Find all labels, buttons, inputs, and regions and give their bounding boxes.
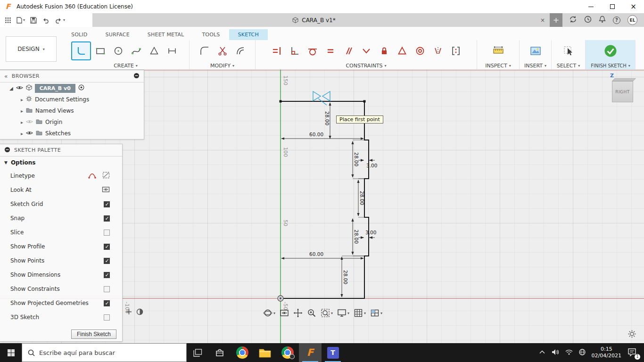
browser-root-row[interactable]: ◢ CARA_B v0 <box>0 82 144 94</box>
tab-tools[interactable]: TOOLS <box>193 29 229 40</box>
browser-item-document-settings[interactable]: ▸ Document Settings <box>0 94 144 105</box>
perpendicular-constraint-button[interactable] <box>286 41 303 60</box>
finish-sketch-palette-button[interactable]: Finish Sketch <box>71 329 116 339</box>
file-menu-icon[interactable]: ▾ <box>17 17 25 24</box>
add-comment-icon[interactable] <box>125 308 132 317</box>
select-group-label[interactable]: SELECT▾ <box>557 62 580 69</box>
modify-group-label[interactable]: MODIFY▾ <box>210 62 234 69</box>
equal-constraint-button[interactable] <box>322 41 339 60</box>
document-tab-close-icon[interactable]: × <box>536 17 550 24</box>
help-icon[interactable]: ? <box>613 16 620 24</box>
user-avatar[interactable]: EL <box>627 15 637 25</box>
offset-tool-button[interactable] <box>232 41 249 60</box>
tab-solid[interactable]: SOLID <box>62 29 96 40</box>
dimension-value[interactable]: 28.00 <box>324 111 330 125</box>
visibility-eye-icon-hidden[interactable] <box>26 119 33 125</box>
polygon-tool-button[interactable] <box>146 41 163 60</box>
expand-caret-icon[interactable]: ▸ <box>21 97 23 102</box>
viewcube-front-face[interactable]: RIGHT <box>612 81 633 102</box>
close-button[interactable]: × <box>623 0 644 13</box>
sketch-point[interactable] <box>363 100 366 103</box>
options-section-header[interactable]: ▼ Options <box>0 156 122 169</box>
orbit-button[interactable]: ▾ <box>263 308 275 318</box>
app-grid-icon[interactable] <box>5 17 11 24</box>
horizontal-vertical-constraint-button[interactable] <box>268 41 285 60</box>
tangent-constraint-button[interactable] <box>304 41 321 60</box>
inspect-group-label[interactable]: INSPECT▾ <box>485 62 511 69</box>
finish-sketch-group-label[interactable]: FINISH SKETCH▾ <box>591 62 630 69</box>
select-button[interactable] <box>560 41 577 60</box>
tray-volume-icon[interactable] <box>552 349 559 357</box>
tray-wifi-icon[interactable] <box>565 349 573 356</box>
tray-network-icon[interactable] <box>579 349 586 357</box>
snap-checkbox[interactable] <box>104 215 110 222</box>
sketch-grid-checkbox[interactable] <box>104 201 110 207</box>
collinear-constraint-button[interactable] <box>429 41 446 60</box>
comments-toggle-icon[interactable] <box>136 308 143 317</box>
view-cube[interactable]: Z RIGHT <box>606 72 639 108</box>
show-profile-checkbox[interactable] <box>104 244 110 250</box>
line-tool-button[interactable] <box>71 41 91 60</box>
panel-display-icon[interactable] <box>4 147 10 154</box>
visibility-eye-icon[interactable] <box>26 130 33 137</box>
fit-button[interactable]: ▾ <box>321 308 333 318</box>
expand-caret-icon[interactable]: ▸ <box>21 120 23 125</box>
task-view-button[interactable] <box>187 343 208 362</box>
fillet-tool-button[interactable] <box>196 41 213 60</box>
tab-surface[interactable]: SURFACE <box>96 29 138 40</box>
dimension-value[interactable]: 28.00 <box>354 152 359 166</box>
workspace-selector[interactable]: DESIGN▾ <box>6 36 57 62</box>
sync-icon[interactable] <box>569 16 577 25</box>
show-projected-geometries-checkbox[interactable] <box>104 300 110 306</box>
taskbar-teams-icon[interactable]: T <box>322 343 344 362</box>
spline-tool-button[interactable] <box>128 41 145 60</box>
viewports-button[interactable]: ▾ <box>370 308 382 318</box>
start-button[interactable] <box>0 343 22 362</box>
collapse-panel-icon[interactable]: « <box>4 73 8 80</box>
minimize-button[interactable] <box>580 0 602 13</box>
activate-radio-icon[interactable] <box>78 84 84 92</box>
taskbar-chrome-profile-icon[interactable] <box>276 343 299 362</box>
linetype-construction-icon[interactable] <box>102 172 110 180</box>
parallel-constraint-button[interactable] <box>340 41 357 60</box>
dimension-value[interactable]: 3.00 <box>366 163 377 168</box>
circle-tool-button[interactable] <box>110 41 127 60</box>
preferences-gear-icon[interactable] <box>628 330 636 339</box>
show-points-checkbox[interactable] <box>104 258 110 264</box>
model-canvas[interactable]: 150 100 50 -50 -100 <box>0 70 644 343</box>
midpoint-constraint-button[interactable] <box>358 41 375 60</box>
fix-constraint-button[interactable] <box>376 41 393 60</box>
section-expand-icon[interactable]: ▼ <box>4 160 8 165</box>
display-settings-button[interactable]: ▾ <box>337 308 349 318</box>
taskbar-chrome-icon[interactable] <box>231 343 254 362</box>
zoom-button[interactable] <box>307 308 316 318</box>
slice-checkbox[interactable] <box>104 230 110 236</box>
measure-button[interactable] <box>490 41 507 60</box>
dimension-value[interactable]: 3.00 <box>365 230 376 235</box>
look-at-icon[interactable] <box>102 186 110 194</box>
document-tab[interactable]: CARA_B v1* <box>92 13 536 27</box>
constraints-group-label[interactable]: CONSTRAINTS▾ <box>346 62 386 69</box>
taskbar-store-icon[interactable] <box>208 343 231 362</box>
3d-sketch-checkbox[interactable] <box>104 314 110 321</box>
curvature-constraint-button[interactable] <box>447 41 464 60</box>
dimension-value[interactable]: 28.00 <box>359 191 365 205</box>
tray-chevron-icon[interactable] <box>539 349 545 356</box>
linetype-curve-icon[interactable] <box>88 172 96 180</box>
expand-triangle-icon[interactable]: ◢ <box>9 86 13 91</box>
slot-tool-button[interactable] <box>164 41 181 60</box>
symmetry-constraint-button[interactable] <box>394 41 411 60</box>
browser-item-sketches[interactable]: ▸ Sketches <box>0 128 144 139</box>
grid-snaps-button[interactable]: ▾ <box>354 308 366 318</box>
redo-icon[interactable]: ▾ <box>55 17 65 24</box>
visibility-eye-icon[interactable] <box>16 85 23 91</box>
dimension-value[interactable]: 60.00 <box>309 251 323 257</box>
expand-caret-icon[interactable]: ▸ <box>21 131 23 136</box>
look-at-button[interactable] <box>280 308 289 318</box>
dimension-value[interactable]: 28.00 <box>343 270 348 284</box>
insert-image-button[interactable] <box>527 41 544 60</box>
origin-point[interactable] <box>278 296 283 301</box>
rectangle-tool-button[interactable] <box>92 41 109 60</box>
save-icon[interactable] <box>30 17 37 24</box>
maximize-button[interactable] <box>602 0 623 13</box>
